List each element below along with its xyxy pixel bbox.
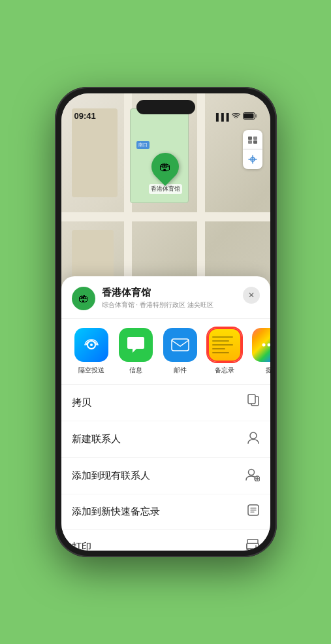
more-label: 提 xyxy=(266,366,270,375)
svg-point-9 xyxy=(90,344,93,346)
stadium-pin: 🏟 香港体育馆 xyxy=(149,153,182,194)
pin-icon: 🏟 xyxy=(146,147,185,185)
wifi-icon xyxy=(232,113,240,121)
notes-line xyxy=(212,340,230,342)
place-header: 🏟 香港体育馆 综合体育馆 · 香港特别行政区 油尖旺区 ✕ xyxy=(61,276,270,319)
map-type-button[interactable] xyxy=(243,130,262,150)
print-icon xyxy=(245,539,260,551)
notes-line xyxy=(212,352,230,353)
add-note-label: 添加到新快速备忘录 xyxy=(72,506,160,518)
stadium-icon: 🏟 xyxy=(159,160,171,174)
notes-line xyxy=(212,348,226,349)
action-copy[interactable]: 拷贝 xyxy=(61,385,270,421)
phone-screen: 09:41 ▐▐▐ xyxy=(61,93,270,551)
more-icon xyxy=(252,328,270,362)
mail-icon xyxy=(163,328,197,362)
messages-label: 信息 xyxy=(129,366,142,375)
notes-line xyxy=(212,336,233,338)
svg-rect-2 xyxy=(244,114,253,119)
svg-rect-20 xyxy=(247,539,258,543)
svg-rect-6 xyxy=(253,140,257,144)
notes-icon xyxy=(208,328,242,362)
action-add-note[interactable]: 添加到新快速备忘录 xyxy=(61,494,270,530)
action-print[interactable]: 打印 xyxy=(61,530,270,551)
svg-point-11 xyxy=(262,344,265,347)
dynamic-island xyxy=(136,100,195,114)
nankou-box: 南口 xyxy=(136,141,150,149)
svg-point-12 xyxy=(267,344,270,347)
svg-point-16 xyxy=(250,432,257,439)
copy-icon xyxy=(247,394,260,411)
share-item-mail[interactable]: 邮件 xyxy=(158,328,202,375)
action-list: 拷贝 新建联系人 xyxy=(61,385,270,551)
share-row: 隔空投送 信息 xyxy=(61,319,270,385)
mail-label: 邮件 xyxy=(174,366,187,375)
add-existing-icon xyxy=(245,467,260,485)
print-label: 打印 xyxy=(72,541,91,551)
messages-icon xyxy=(119,328,153,362)
svg-rect-22 xyxy=(247,543,259,549)
airdrop-label: 隔空投送 xyxy=(78,366,104,375)
add-note-icon xyxy=(247,504,260,520)
stadium-emoji: 🏟 xyxy=(78,293,89,304)
new-contact-icon xyxy=(247,430,260,448)
add-existing-label: 添加到现有联系人 xyxy=(72,470,150,482)
share-item-notes[interactable]: 备忘录 xyxy=(202,328,247,375)
svg-point-23 xyxy=(255,545,257,547)
status-time: 09:41 xyxy=(74,111,96,121)
map-controls xyxy=(243,130,262,169)
copy-label: 拷贝 xyxy=(72,396,91,409)
place-name: 香港体育馆 xyxy=(102,287,236,299)
notes-lines xyxy=(209,332,240,357)
battery-icon xyxy=(243,112,257,121)
svg-rect-1 xyxy=(255,114,257,118)
svg-rect-15 xyxy=(248,394,255,404)
bottom-sheet: 🏟 香港体育馆 综合体育馆 · 香港特别行政区 油尖旺区 ✕ xyxy=(61,276,270,551)
location-button[interactable] xyxy=(243,150,262,169)
notes-label: 备忘录 xyxy=(215,366,234,375)
action-add-existing[interactable]: 添加到现有联系人 xyxy=(61,458,270,494)
svg-rect-3 xyxy=(248,137,252,140)
place-info: 香港体育馆 综合体育馆 · 香港特别行政区 油尖旺区 xyxy=(102,287,236,310)
share-item-airdrop[interactable]: 隔空投送 xyxy=(69,328,114,375)
new-contact-label: 新建联系人 xyxy=(72,433,121,445)
notes-line xyxy=(212,344,233,346)
share-item-messages[interactable]: 信息 xyxy=(114,328,158,375)
airdrop-icon xyxy=(74,328,108,362)
svg-point-17 xyxy=(248,470,254,475)
svg-rect-5 xyxy=(248,140,252,144)
svg-rect-10 xyxy=(172,339,189,351)
map-road xyxy=(61,212,270,221)
status-icons: ▐▐▐ xyxy=(213,112,257,121)
place-icon: 🏟 xyxy=(72,287,95,310)
phone-frame: 09:41 ▐▐▐ xyxy=(55,87,277,557)
signal-icon: ▐▐▐ xyxy=(213,113,229,121)
place-description: 综合体育馆 · 香港特别行政区 油尖旺区 xyxy=(102,300,236,310)
close-button[interactable]: ✕ xyxy=(243,287,260,304)
share-item-more[interactable]: 提 xyxy=(247,328,270,375)
svg-rect-4 xyxy=(253,137,257,140)
map-label-nankou: 南口 xyxy=(136,141,150,149)
action-new-contact[interactable]: 新建联系人 xyxy=(61,421,270,458)
